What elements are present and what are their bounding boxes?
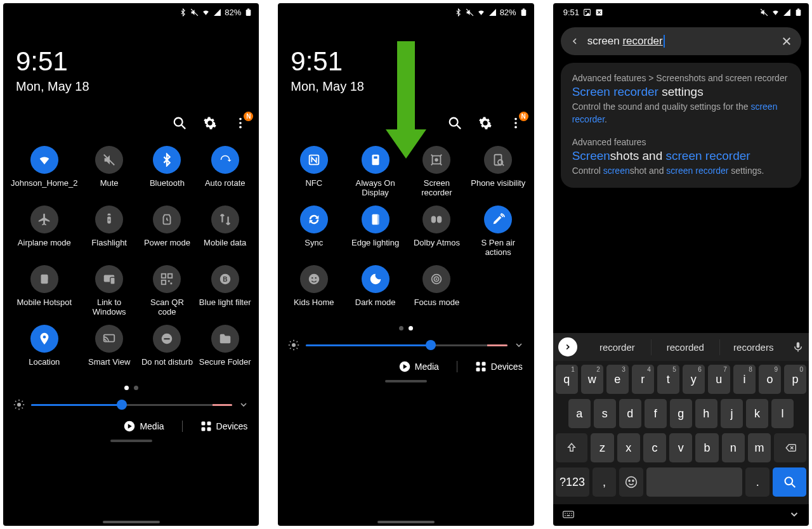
key-e[interactable]: e3 <box>606 365 629 394</box>
key-t[interactable]: t5 <box>657 365 679 394</box>
kids-icon[interactable] <box>300 265 328 293</box>
key-search[interactable] <box>773 467 806 497</box>
bluetooth-icon[interactable] <box>153 146 181 174</box>
tile-kids[interactable]: Kids Home <box>283 265 344 318</box>
key-backspace[interactable] <box>774 433 806 462</box>
key-o[interactable]: o9 <box>759 365 781 394</box>
settings-button[interactable] <box>203 116 217 130</box>
tile-dolby[interactable]: Dolby Atmos <box>406 206 468 259</box>
key-u[interactable]: u7 <box>708 365 730 394</box>
tile-dark[interactable]: Dark mode <box>344 265 406 318</box>
key-f[interactable]: f <box>645 399 667 428</box>
tile-edge[interactable]: Edge lighting <box>344 206 406 259</box>
key-z[interactable]: z <box>591 433 613 462</box>
key-g[interactable]: g <box>670 399 692 428</box>
tile-link[interactable]: Link to Windows <box>81 265 138 318</box>
wifi-icon[interactable] <box>30 146 58 174</box>
mute-icon[interactable] <box>95 146 123 174</box>
tile-plane[interactable]: Airplane mode <box>8 206 81 259</box>
page-dot[interactable] <box>409 326 413 330</box>
qr-icon[interactable] <box>153 265 181 293</box>
tile-dnd[interactable]: Do not disturb <box>138 325 196 378</box>
key-h[interactable]: h <box>695 399 717 428</box>
more-button[interactable]: N <box>233 116 247 130</box>
page-dot[interactable] <box>134 386 138 390</box>
key-y[interactable]: y6 <box>683 365 705 394</box>
key-w[interactable]: w2 <box>581 365 603 394</box>
key-comma[interactable]: , <box>593 467 617 497</box>
tile-bluetooth[interactable]: Bluetooth <box>138 146 196 199</box>
key-emoji[interactable] <box>619 467 643 497</box>
focus-icon[interactable] <box>422 265 450 293</box>
key-space[interactable] <box>646 467 742 497</box>
media-button[interactable]: Media <box>124 421 164 432</box>
tile-hotspot[interactable]: Mobile Hotspot <box>8 265 81 318</box>
key-p[interactable]: p0 <box>784 365 806 394</box>
search-button[interactable] <box>448 116 462 130</box>
key-d[interactable]: d <box>619 399 641 428</box>
drag-handle[interactable] <box>110 440 152 442</box>
dark-icon[interactable] <box>362 265 390 293</box>
link-icon[interactable] <box>95 265 123 293</box>
page-dot[interactable] <box>399 326 403 330</box>
tile-aod[interactable]: Always On Display <box>344 146 406 199</box>
search-result[interactable]: Advanced features > Screenshots and scre… <box>572 73 790 126</box>
blf-icon[interactable]: B <box>211 265 239 293</box>
tile-sync[interactable]: Sync <box>283 206 344 259</box>
key-shift[interactable] <box>556 433 588 462</box>
power-icon[interactable] <box>153 206 181 233</box>
drag-handle[interactable] <box>385 380 427 382</box>
key-k[interactable]: k <box>746 399 768 428</box>
folder-icon[interactable] <box>211 325 239 353</box>
plane-icon[interactable] <box>30 206 58 233</box>
tile-spen[interactable]: S Pen air actions <box>468 206 529 259</box>
tile-rotate[interactable]: Auto rotate <box>196 146 254 199</box>
more-button[interactable]: N <box>509 116 523 130</box>
key-r[interactable]: r4 <box>632 365 654 394</box>
page-dot[interactable] <box>124 386 129 390</box>
flash-icon[interactable] <box>95 206 123 233</box>
key-m[interactable]: m <box>748 433 771 462</box>
key-q[interactable]: q1 <box>556 365 578 394</box>
dolby-icon[interactable] <box>422 206 450 233</box>
settings-button[interactable] <box>478 116 492 130</box>
suggestion[interactable]: recorder <box>584 339 652 355</box>
chevron-down-icon[interactable] <box>514 340 524 350</box>
dnd-icon[interactable] <box>153 325 181 353</box>
loc-icon[interactable] <box>30 325 58 353</box>
cast-icon[interactable] <box>95 325 123 353</box>
back-icon[interactable] <box>570 36 580 46</box>
keyboard-collapse-icon[interactable] <box>789 509 800 520</box>
key-j[interactable]: j <box>721 399 743 428</box>
expand-icon[interactable] <box>558 337 577 356</box>
hotspot-icon[interactable] <box>30 265 58 293</box>
clear-icon[interactable] <box>781 36 792 47</box>
devices-button[interactable]: Devices <box>475 361 523 372</box>
key-x[interactable]: x <box>617 433 640 462</box>
key-a[interactable]: a <box>568 399 591 428</box>
data-icon[interactable] <box>211 206 239 233</box>
key-c[interactable]: c <box>643 433 666 462</box>
key-b[interactable]: b <box>695 433 718 462</box>
nav-handle[interactable] <box>377 521 435 523</box>
tile-focus[interactable]: Focus mode <box>406 265 468 318</box>
tile-flash[interactable]: Flashlight <box>81 206 138 259</box>
spen-icon[interactable] <box>484 206 512 233</box>
suggestion[interactable]: recorders <box>720 339 787 355</box>
tile-wifi[interactable]: Johnson_Home_2 <box>8 146 81 199</box>
key-v[interactable]: v <box>669 433 692 462</box>
chevron-down-icon[interactable] <box>239 400 249 410</box>
aod-icon[interactable] <box>362 146 390 174</box>
brightness-slider[interactable] <box>306 344 507 346</box>
keyboard-switch-icon[interactable] <box>562 508 575 521</box>
tile-mute[interactable]: Mute <box>81 146 138 199</box>
brightness-slider[interactable] <box>31 404 232 406</box>
tile-visibility[interactable]: Phone visibility <box>468 146 529 199</box>
mic-icon[interactable] <box>792 341 804 353</box>
tile-qr[interactable]: Scan QR code <box>138 265 196 318</box>
media-button[interactable]: Media <box>399 361 439 372</box>
devices-button[interactable]: Devices <box>200 421 248 432</box>
rotate-icon[interactable] <box>211 146 239 174</box>
tile-blf[interactable]: BBlue light filter <box>196 265 254 318</box>
key-n[interactable]: n <box>722 433 745 462</box>
